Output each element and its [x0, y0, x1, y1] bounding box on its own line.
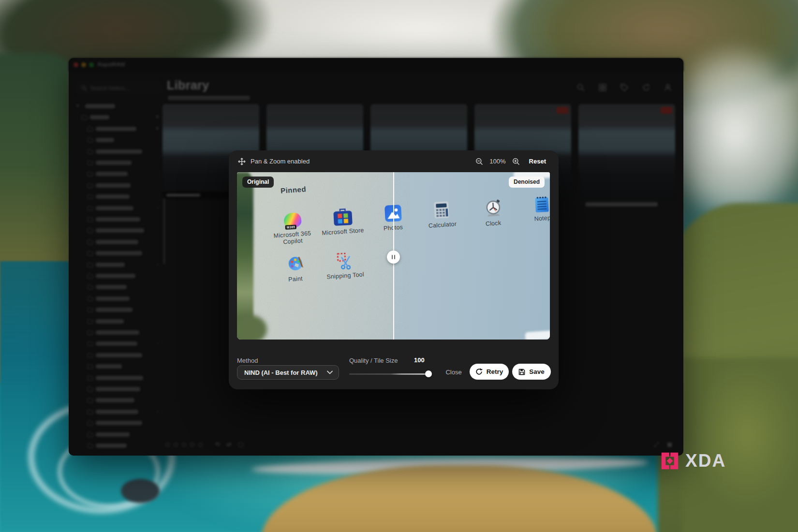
clock-app-icon [484, 199, 502, 220]
retry-button-label: Retry [487, 368, 503, 375]
paint-app-icon [286, 254, 305, 276]
save-button-label: Save [529, 368, 545, 375]
snipping-tool-app-icon [336, 251, 355, 273]
photo-foliage-edge [237, 172, 253, 340]
chevron-down-icon [327, 370, 333, 374]
pan-zoom-status: Pan & Zoom enabled [251, 158, 310, 165]
zoom-out-icon[interactable] [475, 158, 483, 165]
denoised-image-half [394, 172, 550, 340]
retry-button[interactable]: Retry [470, 364, 509, 380]
close-button[interactable]: Close [442, 365, 466, 380]
zoom-level: 100% [489, 158, 505, 165]
quality-label: Quality / Tile Size [349, 357, 398, 364]
save-floppy-icon [518, 369, 525, 375]
compare-image-area[interactable]: Pinned M365 Microsoft 365 Copilot Micros… [237, 172, 550, 340]
denoise-modal: Pan & Zoom enabled 100% Reset Pinned M36… [229, 150, 559, 389]
calculator-app-icon [434, 201, 449, 221]
original-label-pill: Original [242, 177, 274, 188]
copilot-app-label: Microsoft 365 Copilot [271, 230, 314, 246]
noise-grain-overlay [237, 172, 394, 340]
pan-move-icon [238, 158, 246, 165]
xda-logo-text: XDA [685, 451, 726, 471]
store-app-icon [333, 207, 353, 228]
method-label: Method [237, 357, 258, 364]
zoom-in-icon[interactable] [512, 158, 520, 165]
quality-slider[interactable] [349, 373, 429, 375]
notepad-app-icon [534, 194, 550, 216]
compare-divider-handle[interactable] [387, 251, 400, 264]
method-selected-value: NIND (AI - Best for RAW) [244, 369, 318, 376]
xda-logo-icon [659, 450, 681, 472]
method-dropdown[interactable]: NIND (AI - Best for RAW) [237, 365, 339, 380]
modal-header: Pan & Zoom enabled 100% Reset [229, 150, 559, 172]
reset-zoom-button[interactable]: Reset [529, 158, 546, 165]
quality-value: 100 [414, 356, 425, 364]
xda-watermark: XDA [659, 450, 726, 472]
copilot-app-icon: M365 [283, 212, 302, 228]
retry-refresh-icon [475, 368, 483, 375]
save-button[interactable]: Save [512, 364, 551, 380]
denoised-label-pill: Denoised [509, 177, 545, 188]
quality-slider-thumb[interactable] [425, 370, 432, 377]
